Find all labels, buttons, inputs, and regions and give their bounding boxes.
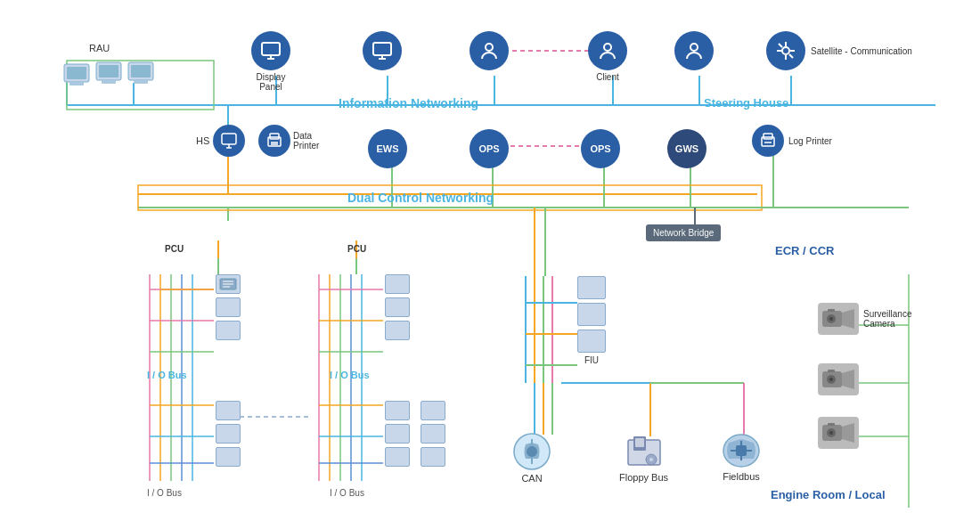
ews-circle: EWS xyxy=(368,129,407,168)
svg-rect-127 xyxy=(736,445,747,456)
data-printer-icon xyxy=(258,125,290,157)
person1-icon xyxy=(470,31,509,70)
fieldbus-node: Fieldbus xyxy=(720,432,763,482)
svg-rect-87 xyxy=(262,43,280,55)
network-bridge-box: Network Bridge xyxy=(646,224,721,241)
svg-line-101 xyxy=(779,44,782,47)
ews-node: EWS xyxy=(368,129,407,168)
fiu-device-2 xyxy=(577,303,606,326)
camera1-node: Surveillance Camera xyxy=(818,303,911,335)
io-device-6 xyxy=(216,447,241,467)
svg-point-118 xyxy=(527,446,537,457)
svg-point-135 xyxy=(829,317,833,321)
svg-point-95 xyxy=(690,44,698,51)
rau-device-3 xyxy=(127,61,155,87)
svg-rect-141 xyxy=(828,370,835,372)
svg-rect-82 xyxy=(99,65,118,77)
svg-rect-80 xyxy=(69,82,84,85)
io-bus-label-1: I / O Bus xyxy=(147,370,187,380)
fiu-label: FIU xyxy=(577,355,606,365)
log-printer-label: Log Printer xyxy=(788,136,832,146)
monitor2-icon xyxy=(363,31,402,70)
io-device-5 xyxy=(216,424,241,444)
display-panel-node: Display Panel xyxy=(251,31,290,92)
client-node: Client xyxy=(588,31,627,82)
monitor2-node xyxy=(363,31,402,70)
display-panel-label: Display Panel xyxy=(257,72,286,92)
data-printer-node: Data Printer xyxy=(258,125,319,157)
fiu-device-3 xyxy=(577,330,606,353)
rau-device-2 xyxy=(94,61,123,87)
svg-point-94 xyxy=(604,44,611,51)
gws-circle: GWS xyxy=(667,129,706,168)
camera3-node xyxy=(818,417,859,449)
io-bus-label-3: I / O Bus xyxy=(147,488,182,498)
io-device-r3 xyxy=(385,321,410,340)
camera2-icon xyxy=(818,363,859,395)
rau-label: RAU xyxy=(89,43,110,53)
hs-monitor-icon xyxy=(213,125,245,157)
hs-label: HS xyxy=(196,135,209,146)
svg-point-93 xyxy=(486,44,493,51)
io-stack-right-top xyxy=(385,274,410,340)
io-stack-right-bottom xyxy=(385,401,410,467)
io-device-r1 xyxy=(385,274,410,294)
io-device-3 xyxy=(216,321,241,340)
io-device-4 xyxy=(216,401,241,420)
svg-rect-83 xyxy=(102,80,116,84)
camera3-icon xyxy=(818,417,859,449)
io-device-e1 xyxy=(421,401,445,420)
io-device-2 xyxy=(216,297,241,317)
satellite-icon xyxy=(766,31,805,70)
fiu-device-1 xyxy=(577,276,606,299)
svg-rect-79 xyxy=(67,67,86,79)
hs-node: HS xyxy=(196,125,245,157)
steering-house-label: Steering House xyxy=(704,96,788,110)
display-panel-icon xyxy=(251,31,290,70)
fiu-node: FIU xyxy=(577,276,606,365)
person3-icon xyxy=(674,31,714,70)
svg-point-125 xyxy=(649,458,653,461)
client-icon xyxy=(588,31,627,70)
svg-point-145 xyxy=(829,431,833,435)
network-bridge-label: Network Bridge xyxy=(653,228,714,238)
engine-room-local-label: Engine Room / Local xyxy=(771,488,886,501)
gws-node: GWS xyxy=(667,129,706,168)
can-icon xyxy=(512,432,551,471)
io-device-e2 xyxy=(421,424,445,444)
satellite-node: Satellite - Communication xyxy=(766,31,912,70)
pcu1-label: PCU xyxy=(165,244,184,254)
fieldbus-label: Fieldbus xyxy=(723,471,760,482)
log-printer-node: Log Printer xyxy=(752,125,832,157)
io-stack-right-extra xyxy=(421,401,445,467)
ecr-ccr-label: ECR / CCR xyxy=(775,244,834,257)
io-device-r5 xyxy=(385,424,410,444)
io-stack-left-bottom xyxy=(216,401,241,467)
svg-rect-136 xyxy=(828,309,835,312)
floppy-bus-node: Floppy Bus xyxy=(619,435,668,483)
io-bus-label-4: I / O Bus xyxy=(330,488,364,498)
io-device-r2 xyxy=(385,297,410,317)
svg-rect-111 xyxy=(764,134,772,139)
io-bus-label-2: I / O Bus xyxy=(330,370,370,380)
svg-marker-133 xyxy=(842,309,854,329)
pcu2-label: PCU xyxy=(347,244,366,254)
camera1-label: Surveillance Camera xyxy=(863,309,911,329)
svg-rect-85 xyxy=(131,65,151,77)
rau-device-1 xyxy=(62,62,91,87)
io-stack-left-top xyxy=(216,274,241,340)
svg-marker-138 xyxy=(842,370,854,389)
svg-rect-103 xyxy=(222,134,236,144)
person3-node xyxy=(674,31,714,70)
svg-marker-143 xyxy=(842,423,854,443)
can-label: CAN xyxy=(521,473,542,484)
io-device-e3 xyxy=(421,447,445,467)
rau-group xyxy=(62,61,155,87)
floppy-bus-label: Floppy Bus xyxy=(619,472,668,483)
can-node: CAN xyxy=(512,432,551,484)
satellite-label: Satellite - Communication xyxy=(811,46,912,56)
io-device-r4 xyxy=(385,401,410,420)
svg-rect-86 xyxy=(134,80,148,84)
svg-point-140 xyxy=(829,378,833,381)
io-device-1 xyxy=(216,274,241,294)
